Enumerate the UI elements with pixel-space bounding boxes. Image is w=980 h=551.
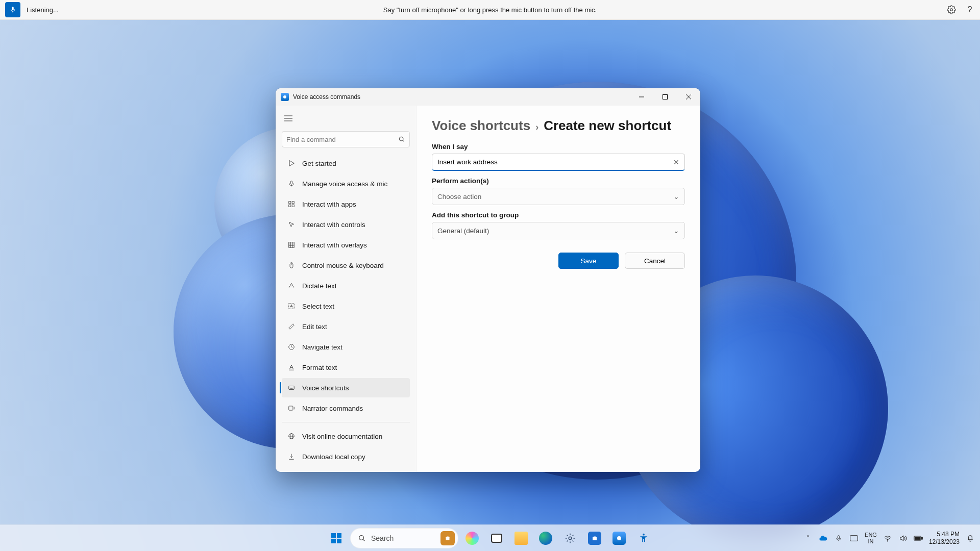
mic-icon	[835, 535, 842, 542]
taskbar-search[interactable]: Search	[350, 528, 458, 548]
taskbar-app-accessibility[interactable]	[633, 528, 654, 549]
when-i-say-input[interactable]	[432, 154, 685, 171]
svg-rect-42	[850, 535, 858, 541]
store-icon	[588, 532, 601, 545]
minimize-button[interactable]	[630, 88, 653, 106]
sidebar-item-select-text[interactable]: Select text	[282, 296, 410, 316]
command-search-input[interactable]	[286, 136, 398, 143]
wifi-icon	[884, 534, 892, 542]
svg-rect-41	[838, 535, 840, 538]
tray-volume[interactable]	[898, 534, 908, 543]
sidebar-item-label: Dictate text	[302, 282, 337, 290]
choose-action-dropdown[interactable]: Choose action ⌄	[432, 188, 685, 205]
sidebar-item-label: Navigate text	[302, 343, 342, 351]
tray-mic[interactable]	[834, 534, 843, 543]
command-search[interactable]	[282, 131, 410, 147]
voice-commands-window: Voice access commands Get started Manage…	[276, 88, 700, 472]
taskbar-app-settings[interactable]	[559, 528, 581, 549]
taskview-icon	[491, 534, 502, 543]
sidebar-item-label: Manage voice access & mic	[302, 180, 387, 188]
breadcrumb-parent[interactable]: Voice shortcuts	[432, 118, 530, 134]
taskbar-app-voice-access[interactable]	[608, 528, 630, 549]
gear-icon	[947, 5, 956, 14]
voice-access-app-icon	[612, 532, 626, 545]
cloud-icon	[819, 534, 828, 543]
sidebar-item-mouse-keyboard[interactable]: Control mouse & keyboard	[282, 256, 410, 275]
sidebar-separator	[282, 422, 410, 422]
maximize-button[interactable]	[653, 88, 677, 106]
taskbar-app-edge[interactable]	[535, 528, 556, 549]
nav-list: Get started Manage voice access & mic In…	[280, 153, 412, 467]
sidebar-item-label: Interact with overlays	[302, 241, 367, 249]
tray-overflow-button[interactable]: ˄	[803, 534, 813, 543]
svg-point-35	[359, 535, 364, 540]
sidebar-item-edit-text[interactable]: Edit text	[282, 317, 410, 336]
sidebar-item-label: Narrator commands	[302, 405, 363, 412]
svg-line-36	[363, 539, 364, 541]
speaker-icon	[899, 534, 907, 542]
grid-icon	[287, 240, 296, 249]
sidebar-item-label: Visit online documentation	[302, 433, 382, 440]
clear-input-button[interactable]: ✕	[672, 158, 681, 167]
breadcrumb-current: Create new shortcut	[544, 118, 671, 134]
main-content: Voice shortcuts › Create new shortcut Wh…	[416, 106, 700, 472]
search-icon	[358, 534, 366, 542]
sidebar-item-label: Format text	[302, 364, 337, 371]
select-text-icon	[287, 302, 296, 311]
sidebar-item-voice-shortcuts[interactable]: Voice shortcuts	[282, 378, 410, 397]
voice-access-status: Listening...	[27, 6, 59, 14]
sidebar-item-interact-controls[interactable]: Interact with controls	[282, 215, 410, 234]
start-button[interactable]	[326, 528, 347, 549]
close-button[interactable]	[677, 88, 700, 106]
svg-marker-10	[289, 161, 294, 166]
search-icon	[398, 136, 405, 143]
taskbar-app-taskview[interactable]	[486, 528, 507, 549]
sidebar-item-online-docs[interactable]: Visit online documentation	[282, 427, 410, 446]
taskbar-app-explorer[interactable]	[510, 528, 532, 549]
sidebar-item-download[interactable]: Download local copy	[282, 447, 410, 466]
help-button[interactable]: ?	[965, 5, 975, 15]
settings-app-icon	[564, 532, 577, 545]
cancel-button[interactable]: Cancel	[625, 253, 685, 269]
clock-time: 5:48 PM	[929, 531, 960, 538]
tray-wifi[interactable]	[883, 534, 892, 543]
titlebar[interactable]: Voice access commands	[276, 88, 700, 106]
group-dropdown[interactable]: General (default) ⌄	[432, 222, 685, 239]
tray-input-indicator[interactable]	[849, 534, 859, 543]
app-icon	[281, 93, 289, 101]
sidebar-item-narrator[interactable]: Narrator commands	[282, 398, 410, 418]
language-switcher[interactable]: ENG IN	[865, 532, 877, 544]
close-icon	[686, 94, 691, 99]
format-icon	[287, 363, 296, 372]
save-button[interactable]: Save	[558, 253, 619, 269]
sidebar-item-dictate-text[interactable]: Dictate text	[282, 276, 410, 295]
perform-actions-label: Perform action(s)	[432, 177, 685, 185]
mic-button[interactable]	[5, 2, 20, 17]
close-icon: ✕	[673, 158, 679, 166]
sidebar-item-manage-mic[interactable]: Manage voice access & mic	[282, 174, 410, 193]
notifications-button[interactable]	[966, 534, 975, 543]
sidebar-item-interact-apps[interactable]: Interact with apps	[282, 194, 410, 214]
svg-rect-16	[289, 242, 295, 248]
clock[interactable]: 5:48 PM 12/13/2023	[929, 531, 960, 545]
sidebar-item-label: Get started	[302, 160, 336, 167]
taskbar-app-copilot[interactable]	[461, 528, 483, 549]
svg-point-8	[399, 137, 403, 141]
group-value: General (default)	[437, 227, 489, 235]
sidebar: Get started Manage voice access & mic In…	[276, 106, 416, 472]
taskbar-app-store[interactable]	[584, 528, 605, 549]
sidebar-item-format-text[interactable]: Format text	[282, 358, 410, 377]
svg-rect-14	[289, 205, 291, 207]
tray-onedrive[interactable]	[819, 534, 828, 543]
chevron-down-icon: ⌄	[673, 192, 679, 201]
sidebar-item-get-started[interactable]: Get started	[282, 154, 410, 173]
folder-icon	[514, 532, 528, 545]
tray-battery[interactable]	[914, 534, 923, 543]
windows-logo-icon	[331, 533, 341, 543]
sidebar-item-navigate-text[interactable]: Navigate text	[282, 337, 410, 357]
svg-rect-39	[593, 537, 597, 540]
nav-toggle-button[interactable]	[280, 110, 297, 127]
svg-line-9	[403, 140, 404, 142]
settings-button[interactable]	[946, 5, 957, 15]
sidebar-item-interact-overlays[interactable]: Interact with overlays	[282, 235, 410, 255]
